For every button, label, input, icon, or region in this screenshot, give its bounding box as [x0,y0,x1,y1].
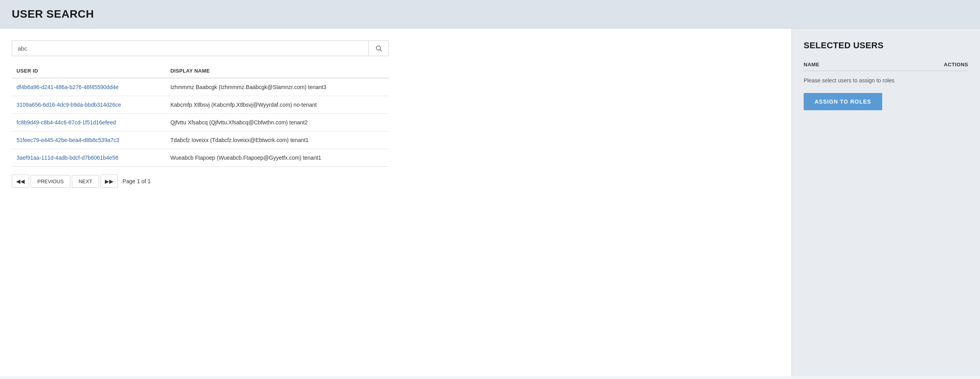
table-row[interactable]: 3aef91aa-111d-4adb-bdcf-d7b6061b4e56Wuea… [12,149,389,167]
assign-to-roles-button[interactable]: ASSIGN TO ROLES [804,93,882,110]
empty-selection-message: Please select users to assign to roles [804,77,968,84]
search-input[interactable] [12,41,368,56]
page-title: USER SEARCH [12,8,968,20]
svg-line-1 [380,49,381,51]
table-row[interactable]: 51feec79-e445-42be-bea4-d8b8c539a7c3Tdab… [12,131,389,149]
name-column-header: NAME [804,62,819,67]
page-content: USER ID DISPLAY NAME df4b6a96-d241-486a-… [0,29,980,376]
selected-users-title: SELECTED USERS [804,40,968,51]
svg-point-0 [376,46,381,50]
cell-display-name: Izhmmmz Baabcgk (Izhmmmz.Baabcgk@Slamnzr… [166,78,389,96]
previous-page-button[interactable]: PREVIOUS [31,175,70,188]
selected-users-header: NAME ACTIONS [804,58,968,71]
pagination-info: Page 1 of 1 [123,178,151,184]
main-panel: USER ID DISPLAY NAME df4b6a96-d241-486a-… [0,29,791,376]
cell-user-id: 51feec79-e445-42be-bea4-d8b8c539a7c3 [12,131,166,149]
cell-display-name: Tdabcfz Ioveixx (Tdabcfz.loveixx@Ebtwcrk… [166,131,389,149]
cell-user-id: df4b6a96-d241-486a-b276-46f45590dd4e [12,78,166,96]
next-page-button[interactable]: NEXT [72,175,99,188]
page-header: USER SEARCH [0,0,980,29]
cell-user-id: 3aef91aa-111d-4adb-bdcf-d7b6061b4e56 [12,149,166,167]
search-icon [375,45,382,52]
first-page-button[interactable]: ◀◀ [12,175,29,188]
cell-user-id: 3109a656-6d16-4dc9-b9da-bbdb314d26ce [12,96,166,114]
pagination: ◀◀ PREVIOUS NEXT ▶▶ Page 1 of 1 [12,175,780,188]
table-row[interactable]: fc8b9d49-c8b4-44c6-87cd-1f51d16efeedQjfv… [12,114,389,131]
table-row[interactable]: 3109a656-6d16-4dc9-b9da-bbdb314d26ceKabc… [12,96,389,114]
cell-user-id: fc8b9d49-c8b4-44c6-87cd-1f51d16efeed [12,114,166,131]
actions-column-header: ACTIONS [944,62,968,67]
table-header-row: USER ID DISPLAY NAME [12,64,389,78]
cell-display-name: Kabcmfp Xtlbsvj (Kabcmfp.Xtlbsvj@Wyyrdaf… [166,96,389,114]
side-panel: SELECTED USERS NAME ACTIONS Please selec… [791,29,980,376]
results-table: USER ID DISPLAY NAME df4b6a96-d241-486a-… [12,64,389,167]
cell-display-name: Wueabcb Ftapoep (Wueabcb.Ftapoep@Gyyetfx… [166,149,389,167]
col-display-name: DISPLAY NAME [166,64,389,78]
cell-display-name: Qjfvttu Xfsabcq (Qjfvttu.Xfsabcq@Cbfwthn… [166,114,389,131]
table-row[interactable]: df4b6a96-d241-486a-b276-46f45590dd4eIzhm… [12,78,389,96]
search-button[interactable] [368,41,388,56]
last-page-button[interactable]: ▶▶ [101,175,118,188]
col-user-id: USER ID [12,64,166,78]
search-bar [12,40,389,56]
